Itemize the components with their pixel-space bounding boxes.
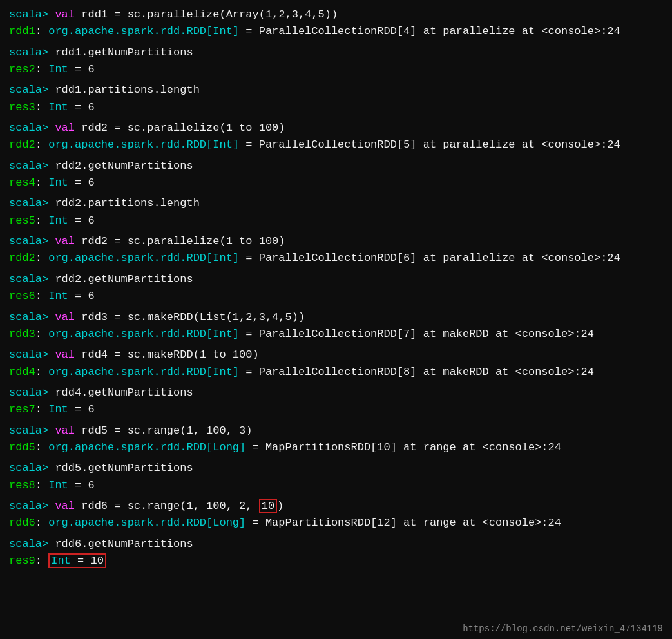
watermark: https://blog.csdn.net/weixin_47134119 bbox=[463, 624, 663, 634]
line-14: rdd2: org.apache.spark.rdd.RDD[Int] = Pa… bbox=[9, 250, 663, 267]
line-7: scala> val rdd2 = sc.parallelize(1 to 10… bbox=[9, 120, 663, 137]
line-15: scala> rdd2.getNumPartitions bbox=[9, 271, 663, 288]
line-16: res6: Int = 6 bbox=[9, 288, 663, 305]
line-26: res8: Int = 6 bbox=[9, 477, 663, 494]
line-5: scala> rdd1.partitions.length bbox=[9, 82, 663, 99]
line-22: res7: Int = 6 bbox=[9, 401, 663, 418]
line-10: res4: Int = 6 bbox=[9, 175, 663, 191]
line-2: rdd1: org.apache.spark.rdd.RDD[Int] = Pa… bbox=[9, 23, 663, 40]
line-13: scala> val rdd2 = sc.parallelize(1 to 10… bbox=[9, 233, 663, 250]
line-18: rdd3: org.apache.spark.rdd.RDD[Int] = Pa… bbox=[9, 326, 663, 343]
line-21: scala> rdd4.getNumPartitions bbox=[9, 385, 663, 401]
line-12: res5: Int = 6 bbox=[9, 213, 663, 229]
line-27: scala> val rdd6 = sc.range(1, 100, 2, 10… bbox=[9, 498, 663, 515]
line-9: scala> rdd2.getNumPartitions bbox=[9, 158, 663, 175]
terminal: scala> val rdd1 = sc.parallelize(Array(1… bbox=[9, 6, 663, 569]
highlight-int10-output: Int = 10 bbox=[48, 553, 106, 568]
line-4: res2: Int = 6 bbox=[9, 61, 663, 78]
line-28: rdd6: org.apache.spark.rdd.RDD[Long] = M… bbox=[9, 515, 663, 531]
line-20: rdd4: org.apache.spark.rdd.RDD[Int] = Pa… bbox=[9, 364, 663, 381]
line-23: scala> val rdd5 = sc.range(1, 100, 3) bbox=[9, 423, 663, 439]
line-30: res9: Int = 10 bbox=[9, 553, 663, 569]
line-11: scala> rdd2.partitions.length bbox=[9, 195, 663, 212]
line-17: scala> val rdd3 = sc.makeRDD(List(1,2,3,… bbox=[9, 309, 663, 326]
line-1: scala> val rdd1 = sc.parallelize(Array(1… bbox=[9, 6, 663, 23]
line-19: scala> val rdd4 = sc.makeRDD(1 to 100) bbox=[9, 347, 663, 363]
line-29: scala> rdd6.getNumPartitions bbox=[9, 536, 663, 553]
line-3: scala> rdd1.getNumPartitions bbox=[9, 44, 663, 61]
line-6: res3: Int = 6 bbox=[9, 99, 663, 116]
line-24: rdd5: org.apache.spark.rdd.RDD[Long] = M… bbox=[9, 439, 663, 456]
line-25: scala> rdd5.getNumPartitions bbox=[9, 460, 663, 477]
highlight-10-input: 10 bbox=[259, 499, 277, 513]
line-8: rdd2: org.apache.spark.rdd.RDD[Int] = Pa… bbox=[9, 137, 663, 153]
